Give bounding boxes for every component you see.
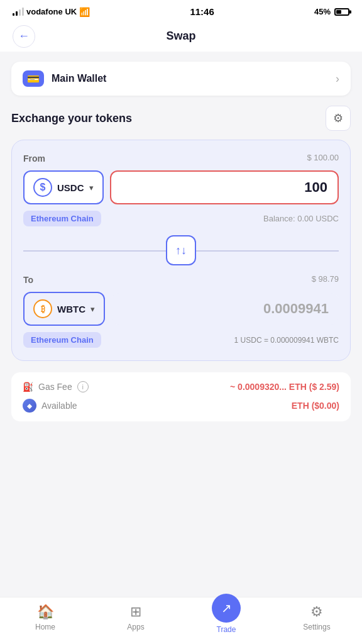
wallet-row[interactable]: 💳 Main Wallet › bbox=[11, 62, 351, 96]
from-section-header: From $ 100.00 bbox=[23, 153, 339, 164]
gas-fee-row: ⛽ Gas Fee i ~ 0.0009320... ETH ($ 2.59) bbox=[23, 381, 339, 392]
nav-settings[interactable]: ⚙ Settings bbox=[272, 604, 362, 634]
from-token-row: $ USDC ▾ 100 bbox=[23, 170, 339, 204]
status-left: vodafone UK 📶 bbox=[13, 7, 90, 17]
filter-button[interactable]: ⚙ bbox=[326, 106, 351, 131]
nav-home-label: Home bbox=[35, 623, 55, 631]
gas-fee-amount: ~ 0.0009320... ETH ($ 2.59) bbox=[230, 382, 339, 392]
from-token-name: USDC bbox=[57, 182, 84, 193]
exchange-title: Exchange your tokens bbox=[11, 112, 132, 125]
nav-settings-label: Settings bbox=[303, 623, 330, 631]
swap-divider: ↑↓ bbox=[23, 235, 339, 265]
from-amount-input[interactable]: 100 bbox=[110, 170, 339, 204]
trade-icon: ↗ bbox=[212, 594, 241, 623]
to-token-selector[interactable]: ₿ WBTC ▾ bbox=[23, 292, 105, 326]
filter-icon: ⚙ bbox=[333, 111, 343, 125]
wallet-left: 💳 Main Wallet bbox=[23, 70, 106, 87]
eth-icon: ◆ bbox=[23, 399, 36, 413]
nav-trade-label: Trade bbox=[217, 625, 236, 634]
swap-arrows-icon: ↑↓ bbox=[175, 244, 187, 257]
from-label: From bbox=[23, 153, 45, 164]
available-label: Available bbox=[41, 401, 77, 411]
wallet-icon: 💳 bbox=[23, 70, 44, 87]
swap-card: From $ 100.00 $ USDC ▾ 100 Ethereum Chai… bbox=[11, 140, 351, 361]
status-bar: vodafone UK 📶 11:46 45% bbox=[0, 0, 362, 21]
info-icon: i bbox=[82, 383, 83, 391]
from-chain-balance-row: Ethereum Chain Balance: 0.00 USDC bbox=[23, 211, 339, 226]
to-amount-display: 0.0009941 bbox=[111, 293, 339, 325]
home-icon: 🏠 bbox=[37, 604, 54, 620]
bottom-nav: 🏠 Home ⊞ Apps ↗ Trade ⚙ Settings bbox=[0, 597, 362, 644]
wifi-icon: 📶 bbox=[79, 7, 90, 17]
to-chain-rate-row: Ethereum Chain 1 USDC = 0.000009941 WBTC bbox=[23, 332, 339, 348]
to-token-name: WBTC bbox=[57, 304, 85, 314]
apps-icon: ⊞ bbox=[130, 604, 141, 620]
usdc-icon: $ bbox=[33, 178, 52, 197]
nav-apps-label: Apps bbox=[127, 623, 144, 631]
nav-apps[interactable]: ⊞ Apps bbox=[90, 604, 181, 634]
to-section-header: To $ 98.79 bbox=[23, 274, 339, 286]
available-row: ◆ Available ETH ($0.00) bbox=[23, 399, 339, 413]
back-button[interactable]: ← bbox=[13, 25, 35, 48]
to-token-chevron-icon: ▾ bbox=[90, 304, 95, 314]
signal-icon bbox=[13, 8, 24, 16]
page-title: Swap bbox=[166, 30, 195, 43]
wallet-chevron-icon: › bbox=[336, 72, 339, 86]
to-chain-badge: Ethereum Chain bbox=[23, 332, 101, 348]
nav-trade[interactable]: ↗ Trade bbox=[181, 604, 272, 634]
settings-icon: ⚙ bbox=[310, 604, 323, 620]
from-amount: $ 100.00 bbox=[307, 153, 339, 162]
available-left: ◆ Available bbox=[23, 399, 77, 413]
wbtc-icon: ₿ bbox=[33, 299, 52, 318]
carrier-label: vodafone UK bbox=[26, 7, 77, 16]
gas-pump-icon: ⛽ bbox=[23, 382, 33, 392]
status-time: 11:46 bbox=[190, 6, 214, 17]
from-token-chevron-icon: ▾ bbox=[89, 183, 94, 192]
from-token-selector[interactable]: $ USDC ▾ bbox=[23, 170, 104, 204]
nav-home[interactable]: 🏠 Home bbox=[0, 604, 90, 634]
to-label: To bbox=[23, 275, 33, 285]
gas-info-button[interactable]: i bbox=[77, 381, 89, 392]
status-right: 45% bbox=[314, 7, 349, 16]
swap-direction-button[interactable]: ↑↓ bbox=[166, 235, 196, 265]
battery-icon bbox=[334, 8, 349, 16]
wallet-name: Main Wallet bbox=[52, 73, 106, 84]
gas-fee-label: Gas Fee bbox=[38, 382, 72, 392]
to-amount: $ 98.79 bbox=[312, 274, 339, 284]
from-balance: Balance: 0.00 USDC bbox=[263, 214, 339, 223]
battery-percent: 45% bbox=[314, 7, 331, 16]
exchange-header: Exchange your tokens ⚙ bbox=[0, 106, 362, 131]
page-header: ← Swap bbox=[0, 21, 362, 52]
to-token-row: ₿ WBTC ▾ 0.0009941 bbox=[23, 292, 339, 326]
available-amount: ETH ($0.00) bbox=[292, 401, 339, 411]
exchange-rate: 1 USDC = 0.000009941 WBTC bbox=[234, 336, 339, 345]
gas-fee-left: ⛽ Gas Fee i bbox=[23, 381, 89, 392]
from-chain-badge: Ethereum Chain bbox=[23, 211, 101, 226]
gas-section: ⛽ Gas Fee i ~ 0.0009320... ETH ($ 2.59) … bbox=[11, 372, 351, 421]
